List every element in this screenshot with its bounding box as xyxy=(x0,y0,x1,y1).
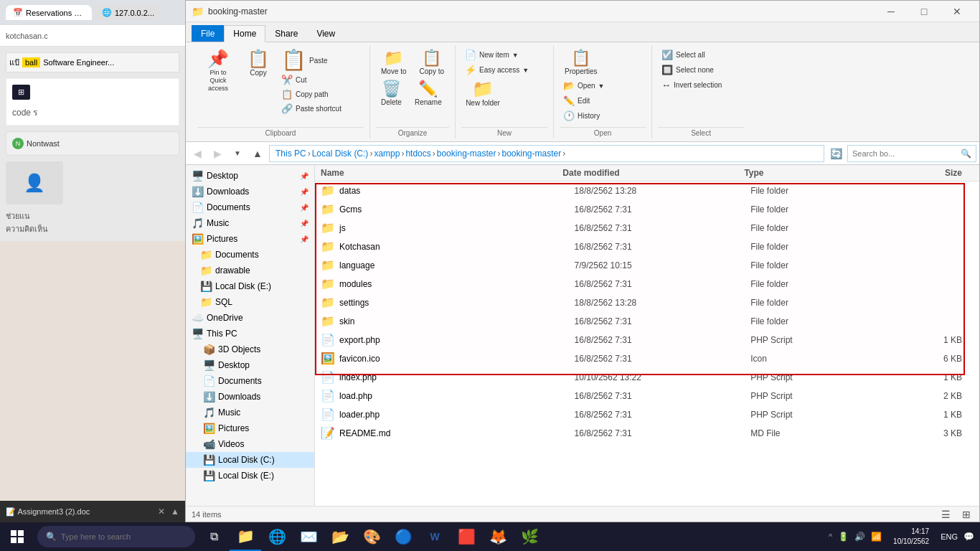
file-row[interactable]: 📝 README.md 16/8/2562 7:31 MD File 3 KB xyxy=(315,424,979,443)
select-none-button[interactable]: 🔲 Select none xyxy=(658,63,744,77)
address-path[interactable]: This PC › Local Disk (C:) › xampp › htdo… xyxy=(269,145,824,162)
rename-button[interactable]: ✏️ Rename xyxy=(410,79,447,108)
taskbar-task-view[interactable]: ⧉ xyxy=(198,522,230,551)
file-row[interactable]: 🖼️ favicon.ico 16/8/2562 7:31 Icon 6 KB xyxy=(315,349,979,368)
path-booking-master-1[interactable]: booking-master xyxy=(437,149,496,159)
network-icon[interactable]: 🔋 xyxy=(838,532,849,542)
path-booking-master-2[interactable]: booking-master xyxy=(501,149,561,159)
new-item-button[interactable]: 📄 New item ▼ xyxy=(461,48,547,62)
taskbar-clock[interactable]: 14:17 10/10/2562 xyxy=(887,527,935,547)
sidebar-item-3d-objects[interactable]: 📦 3D Objects xyxy=(186,342,314,357)
file-row[interactable]: 📁 Gcms 16/8/2562 7:31 File folder xyxy=(315,200,979,219)
tab-share[interactable]: Share xyxy=(265,25,307,42)
header-type[interactable]: Type xyxy=(744,168,865,178)
details-view-button[interactable]: ☰ xyxy=(938,507,953,522)
invert-selection-button[interactable]: ↔️ Invert selection xyxy=(658,78,744,92)
sidebar-item-local-disk-e2[interactable]: 💾 Local Disk (E:) xyxy=(186,468,314,484)
maximize-button[interactable]: □ xyxy=(908,1,941,22)
recent-locations-button[interactable]: ▼ xyxy=(229,145,246,162)
copy-to-button[interactable]: 📋 Copy to xyxy=(415,48,449,77)
file-row[interactable]: 📄 export.php 16/8/2562 7:31 PHP Script 1… xyxy=(315,331,979,349)
close-button[interactable]: ✕ xyxy=(941,1,974,22)
taskbar-mail[interactable]: ✉️ xyxy=(293,522,324,551)
sidebar-item-drawable[interactable]: 📁 drawable xyxy=(186,263,314,278)
back-button[interactable]: ◀ xyxy=(189,145,206,162)
minimize-button[interactable]: ─ xyxy=(875,1,908,22)
paste-button[interactable]: 📋 Paste xyxy=(278,48,364,72)
notification-expand[interactable]: ▲ xyxy=(171,507,179,517)
forward-button[interactable]: ▶ xyxy=(209,145,226,162)
search-input[interactable] xyxy=(852,149,961,158)
file-row[interactable]: 📁 skin 16/8/2562 7:31 File folder xyxy=(315,312,979,331)
browser-tab-1[interactable]: 📅 Reservations Mee... xyxy=(6,5,92,20)
taskbar-search-input[interactable] xyxy=(61,532,187,541)
tab-view[interactable]: View xyxy=(307,25,344,42)
sidebar-item-pictures[interactable]: 🖼️ Pictures xyxy=(186,420,314,436)
history-button[interactable]: 🕐 History xyxy=(560,109,646,123)
copy-button[interactable]: 📋 Copy xyxy=(240,48,276,79)
taskbar-file-explorer[interactable]: 📁 xyxy=(230,522,261,551)
sidebar-item-downloads-pinned[interactable]: ⬇️ Downloads 📌 xyxy=(186,184,314,199)
sidebar-item-downloads[interactable]: ⬇️ Downloads xyxy=(186,389,314,405)
file-row[interactable]: 📁 language 7/9/2562 10:15 File folder xyxy=(315,256,979,275)
sidebar-item-videos[interactable]: 📹 Videos xyxy=(186,436,314,452)
notification-button[interactable]: 💬 xyxy=(963,532,974,542)
taskbar-files[interactable]: 📂 xyxy=(324,522,356,551)
path-xampp[interactable]: xampp xyxy=(374,149,400,159)
start-button[interactable] xyxy=(0,522,34,551)
header-size[interactable]: Size xyxy=(865,168,974,178)
sidebar-item-sql[interactable]: 📁 SQL xyxy=(186,294,314,310)
sidebar-item-documents-3[interactable]: 📄 Documents xyxy=(186,373,314,389)
paste-shortcut-button[interactable]: 🔗 Paste shortcut xyxy=(278,102,364,116)
file-row[interactable]: 📁 datas 18/8/2562 13:28 File folder xyxy=(315,182,979,200)
properties-button[interactable]: 📋 Properties xyxy=(560,48,603,77)
easy-access-button[interactable]: ⚡ Easy access ▼ xyxy=(461,63,547,77)
taskbar-edge[interactable]: 🌐 xyxy=(261,522,293,551)
path-local-disk-c[interactable]: Local Disk (C:) xyxy=(312,149,369,159)
sidebar-item-desktop[interactable]: 🖥️ Desktop xyxy=(186,357,314,373)
tab-file[interactable]: File xyxy=(192,25,224,42)
sidebar-item-this-pc[interactable]: 🖥️ This PC xyxy=(186,326,314,342)
path-this-pc[interactable]: This PC xyxy=(275,149,306,159)
search-box[interactable]: 🔍 xyxy=(847,145,976,162)
edit-button[interactable]: ✏️ Edit xyxy=(560,94,646,108)
taskbar-chrome[interactable]: 🔵 xyxy=(387,522,419,551)
cut-button[interactable]: ✂️ Cut xyxy=(278,73,364,87)
path-htdocs[interactable]: htdocs xyxy=(405,149,430,159)
sidebar-item-music[interactable]: 🎵 Music xyxy=(186,405,314,420)
up-button[interactable]: ▲ xyxy=(249,145,266,162)
sidebar-item-documents-2[interactable]: 📁 Documents xyxy=(186,247,314,263)
file-row[interactable]: 📄 loader.php 16/8/2562 7:31 PHP Script 1… xyxy=(315,405,979,424)
sidebar-item-onedrive[interactable]: ☁️ OneDrive xyxy=(186,310,314,326)
header-date[interactable]: Date modified xyxy=(562,168,744,178)
move-to-button[interactable]: 📁 Move to xyxy=(376,48,412,77)
open-button[interactable]: 📂 Open ▼ xyxy=(560,79,646,93)
taskbar-app1[interactable]: 🎨 xyxy=(356,522,387,551)
taskbar-search-box[interactable]: 🔍 xyxy=(37,526,195,547)
language-indicator[interactable]: ENG xyxy=(941,532,958,541)
sidebar-item-documents-pinned[interactable]: 📄 Documents 📌 xyxy=(186,199,314,215)
copy-path-button[interactable]: 📋 Copy path xyxy=(278,88,364,101)
taskbar-app2[interactable]: 🟥 xyxy=(451,522,482,551)
volume-icon[interactable]: 🔊 xyxy=(854,532,865,542)
tiles-view-button[interactable]: ⊞ xyxy=(959,507,974,522)
pin-to-quick-access-button[interactable]: 📌 Pin to Quick access xyxy=(197,48,239,94)
sidebar-item-local-disk-c[interactable]: 💾 Local Disk (C:) xyxy=(186,452,314,468)
wifi-icon[interactable]: 📶 xyxy=(871,532,882,542)
browser-tab-2[interactable]: 🌐 127.0.0.2... xyxy=(95,5,161,20)
taskbar-app3[interactable]: 🦊 xyxy=(482,522,514,551)
file-row[interactable]: 📄 load.php 16/8/2562 7:31 PHP Script 2 K… xyxy=(315,387,979,405)
file-row[interactable]: 📁 Kotchasan 16/8/2562 7:31 File folder xyxy=(315,237,979,256)
refresh-button[interactable]: 🔄 xyxy=(827,145,844,162)
notification-close[interactable]: ✕ xyxy=(158,507,165,517)
sidebar-item-desktop-pinned[interactable]: 🖥️ Desktop 📌 xyxy=(186,168,314,184)
file-row[interactable]: 📁 modules 16/8/2562 7:31 File folder xyxy=(315,275,979,293)
taskbar-app4[interactable]: 🌿 xyxy=(514,522,545,551)
delete-button[interactable]: 🗑️ Delete xyxy=(376,79,407,108)
tab-home[interactable]: Home xyxy=(224,25,265,42)
file-row[interactable]: 📁 settings 18/8/2562 13:28 File folder xyxy=(315,293,979,312)
file-row[interactable]: 📄 index.php 10/10/2562 13:22 PHP Script … xyxy=(315,368,979,387)
sidebar-item-music-pinned[interactable]: 🎵 Music 📌 xyxy=(186,215,314,231)
sidebar-item-local-disk-e[interactable]: 💾 Local Disk (E:) xyxy=(186,278,314,294)
new-folder-button[interactable]: 📁 New folder xyxy=(461,78,504,109)
